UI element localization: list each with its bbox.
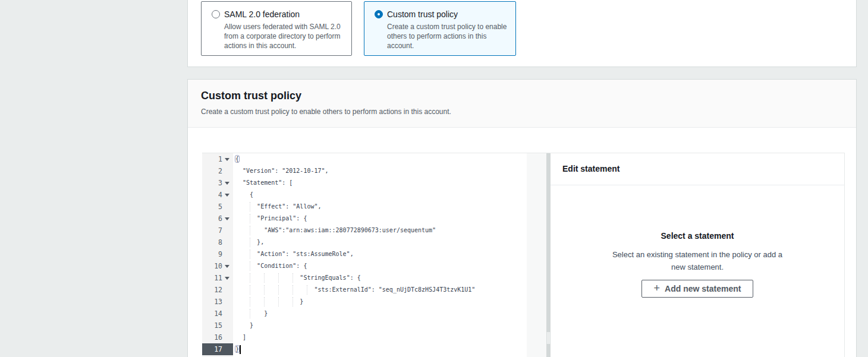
code-line[interactable]: ] [233, 331, 527, 343]
splitter-grip-icon [547, 332, 550, 344]
line-number: 13 [214, 298, 222, 306]
fold-arrow-icon[interactable] [225, 194, 229, 197]
fold-slot [222, 343, 231, 355]
gutter-line[interactable]: 11 [202, 272, 233, 284]
fold-arrow-icon[interactable] [225, 277, 229, 280]
editor-splitter[interactable] [546, 153, 551, 357]
code-line[interactable]: { [233, 189, 527, 201]
line-number: 4 [218, 191, 222, 199]
indent-guide [264, 285, 265, 295]
editor-code[interactable]: {"Version": "2012-10-17","Statement": [{… [233, 153, 527, 357]
gutter-line[interactable]: 12 [202, 284, 233, 296]
code-text: "Condition": { [257, 263, 307, 269]
line-number: 2 [218, 167, 222, 175]
gutter-line[interactable]: 10 [202, 260, 233, 272]
code-line[interactable]: { [233, 153, 527, 165]
fold-arrow-icon[interactable] [225, 217, 229, 220]
code-text: }, [257, 239, 264, 245]
indent-guide [307, 285, 307, 295]
code-line[interactable]: "Condition": { [233, 260, 527, 272]
fold-slot [222, 201, 231, 213]
code-line[interactable]: "Statement": [ [233, 177, 527, 189]
section-description: Create a custom trust policy to enable o… [201, 108, 451, 116]
indent-guide [264, 273, 265, 283]
line-number: 12 [214, 286, 222, 294]
indent-guide [293, 285, 293, 295]
fold-slot [222, 213, 231, 225]
gutter-line[interactable]: 13 [202, 296, 233, 308]
add-button-label: Add new statement [665, 284, 741, 293]
code-text: } [235, 346, 239, 352]
code-line[interactable]: "Version": "2012-10-17", [233, 165, 527, 177]
code-text: "Statement": [ [243, 179, 293, 186]
fold-arrow-icon[interactable] [225, 265, 229, 268]
radio-selected-icon[interactable] [375, 10, 383, 18]
editor-scrollbar-track[interactable] [527, 153, 546, 357]
indent-guide [250, 249, 250, 259]
gutter-line[interactable]: 3 [202, 177, 233, 189]
code-text: "Effect": "Allow", [257, 203, 321, 210]
fold-slot [222, 308, 231, 320]
gutter-line[interactable]: 16 [202, 331, 233, 343]
code-line[interactable]: "StringEquals": { [233, 272, 527, 284]
line-number: 5 [218, 203, 222, 211]
gutter-line[interactable]: 4 [202, 189, 233, 201]
card-saml-federation[interactable]: SAML 2.0 federation Allow users federate… [201, 1, 352, 56]
line-number: 17 [214, 345, 222, 353]
gutter-line[interactable]: 6 [202, 213, 233, 225]
fold-arrow-icon[interactable] [225, 158, 229, 161]
fold-slot [222, 296, 231, 308]
gutter-line[interactable]: 7 [202, 225, 233, 236]
custom-trust-policy-section: Custom trust policy Create a custom trus… [187, 79, 857, 357]
indent-guide [250, 261, 250, 271]
code-line[interactable]: "Action": "sts:AssumeRole", [233, 248, 527, 260]
code-line[interactable]: "AWS":"arn:aws:iam::280772890673:user/se… [233, 225, 527, 236]
gutter-line[interactable]: 5 [202, 201, 233, 213]
line-number: 7 [218, 226, 222, 235]
line-number: 14 [214, 309, 222, 318]
indent-guide [293, 297, 293, 307]
edit-statement-title: Edit statement [551, 153, 844, 185]
line-number: 3 [218, 179, 222, 187]
gutter-line[interactable]: 2 [202, 165, 233, 177]
fold-arrow-icon[interactable] [225, 182, 229, 185]
code-text: "AWS":"arn:aws:iam::280772890673:user/se… [264, 227, 436, 233]
indent-guide [250, 214, 250, 223]
indent-guide [250, 238, 250, 247]
code-line[interactable]: }, [233, 236, 527, 248]
indent-guide [250, 297, 250, 307]
line-number: 1 [218, 155, 222, 163]
code-text: "Principal": { [257, 215, 307, 222]
policy-editor-row: 1234567891011121314151617 {"Version": "2… [202, 153, 845, 357]
line-number: 11 [214, 274, 222, 282]
gutter-line[interactable]: 15 [202, 320, 233, 331]
gutter-line[interactable]: 17 [202, 343, 233, 355]
indent-guide [278, 297, 279, 307]
code-line[interactable]: } [233, 320, 527, 331]
fold-slot [222, 189, 231, 201]
role-type-panel: SAML 2.0 federation Allow users federate… [187, 0, 857, 67]
indent-guide [250, 285, 250, 295]
gutter-line[interactable]: 8 [202, 236, 233, 248]
fold-slot [222, 236, 231, 248]
gutter-line[interactable]: 14 [202, 308, 233, 320]
code-line[interactable]: "sts:ExternalId": "seq_nUjDTc8zHSJ4T3tzv… [233, 284, 527, 296]
add-new-statement-button[interactable]: + Add new statement [641, 280, 754, 298]
code-line[interactable]: "Principal": { [233, 213, 527, 225]
indent-guide [250, 273, 250, 283]
line-number: 8 [218, 238, 222, 247]
indent-guide [250, 202, 250, 211]
code-line[interactable]: } [233, 343, 527, 355]
gutter-line[interactable]: 9 [202, 248, 233, 260]
empty-state-title: Select a statement [551, 231, 844, 241]
code-line[interactable]: } [233, 296, 527, 308]
fold-slot [222, 225, 231, 236]
edit-statement-panel: Edit statement Select a statement Select… [551, 153, 845, 357]
fold-slot [222, 165, 231, 177]
code-line[interactable]: } [233, 308, 527, 320]
radio-unselected-icon[interactable] [212, 10, 220, 18]
code-line[interactable]: "Effect": "Allow", [233, 201, 527, 213]
indent-guide [278, 273, 279, 283]
gutter-line[interactable]: 1 [202, 153, 233, 165]
card-custom-trust-policy[interactable]: Custom trust policy Create a custom trus… [364, 1, 516, 56]
